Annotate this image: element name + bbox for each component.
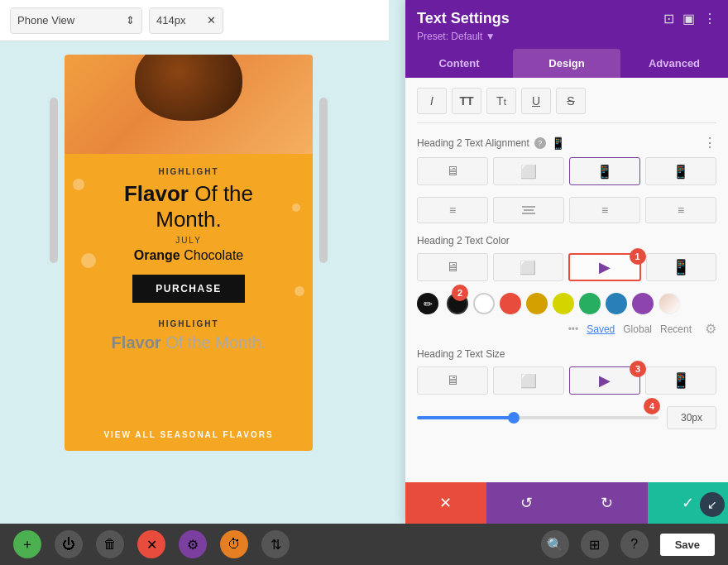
alignment-more-icon[interactable]: ⋮ (703, 135, 716, 151)
save-button[interactable]: Save (660, 534, 715, 556)
preview-area: Phone View ⇕ 414px ✕ (0, 0, 389, 565)
flavor2-bold: Flavor (112, 333, 161, 352)
size-slider-row: 4 30px (417, 406, 716, 429)
swatch-yellow[interactable] (553, 293, 574, 314)
settings-panel: Text Settings ⊡ ▣ ⋮ Preset: Default ▼ Co… (405, 0, 728, 524)
action-bar: ✕ ↺ ↻ ✓ (405, 482, 728, 524)
cancel-button[interactable]: ✕ (405, 482, 486, 524)
color-phone-btn[interactable]: ▶ 1 (568, 253, 641, 281)
alignment-help-icon: ? (534, 137, 546, 149)
highlight-label-2: HIGHLIGHT (159, 319, 219, 328)
align-center-btn[interactable] (493, 197, 564, 223)
italic-icon[interactable]: I (417, 88, 447, 114)
search-button[interactable]: 🔍 (541, 530, 569, 558)
small-caps-icon[interactable]: Tt (486, 88, 516, 114)
align-right-btn[interactable]: ≡ (569, 197, 640, 223)
orange-bold: Orange (134, 248, 180, 262)
flavor-bold: Flavor (124, 181, 189, 206)
color-responsive-row: 🖥 ⬜ ▶ 1 📱 (417, 253, 716, 281)
color-tab-recent[interactable]: Recent (660, 323, 692, 335)
size-tablet-btn[interactable]: ⬜ (493, 366, 564, 395)
flavor-rest: Of the (189, 181, 253, 206)
swatch-white[interactable] (473, 293, 495, 314)
size-phone-btn[interactable]: ▶ 3 (569, 366, 640, 395)
resize-handle-left[interactable] (50, 98, 58, 263)
help-button[interactable]: ? (620, 530, 649, 558)
swatch-custom[interactable] (659, 293, 680, 314)
phone-content: HIGHLIGHT Flavor Of the Month. JULY Oran… (65, 55, 313, 451)
layout-icon[interactable]: ▣ (682, 11, 695, 26)
badge-3: 3 (630, 361, 646, 377)
size-phone2-btn[interactable]: 📱 (645, 366, 716, 395)
swatch-red[interactable] (500, 293, 521, 314)
close-button[interactable]: ✕ (137, 530, 165, 558)
view-select-arrow: ⇕ (126, 14, 135, 26)
slider-value[interactable]: 30px (667, 406, 716, 429)
px-input[interactable]: 414px ✕ (149, 7, 223, 34)
power-button[interactable]: ⏻ (55, 530, 83, 558)
color-desktop-btn[interactable]: 🖥 (417, 253, 488, 281)
badge-4: 4 (644, 398, 660, 414)
add-button[interactable]: ＋ (13, 530, 41, 558)
view-all-bar: VIEW ALL SEASONAL FLAVORS (65, 419, 313, 451)
phone-btn[interactable]: 📱 (569, 157, 640, 185)
resize-handle-right[interactable] (319, 98, 328, 263)
alignment-device-icon: 📱 (551, 136, 565, 150)
settings-button[interactable]: ⚙ (179, 530, 207, 558)
swatch-gold[interactable] (526, 293, 548, 314)
color-phone2-btn[interactable]: 📱 (646, 253, 717, 281)
tab-design[interactable]: Design (513, 49, 620, 78)
preset-arrow[interactable]: ▼ (486, 31, 496, 42)
swatch-purple[interactable] (632, 293, 654, 314)
undo-button[interactable]: ↺ (486, 482, 568, 524)
dots-more[interactable]: ••• (568, 323, 579, 335)
swatch-blue[interactable] (606, 293, 627, 314)
deco-dot (81, 253, 96, 268)
history-button[interactable]: ⏱ (220, 530, 248, 558)
tablet-btn[interactable]: ⬜ (493, 157, 564, 185)
desktop-btn[interactable]: 🖥 (417, 157, 488, 185)
flavor-heading-1: Flavor Of the Month. (124, 181, 253, 232)
color-settings-icon[interactable]: ⚙ (705, 321, 716, 337)
panel-title: Text Settings (417, 10, 510, 27)
tab-content[interactable]: Content (405, 49, 513, 78)
color-section-label: Heading 2 Text Color (417, 235, 716, 247)
fullscreen-icon[interactable]: ⊡ (663, 11, 674, 26)
fab-arrow-button[interactable]: ↙ (700, 492, 725, 517)
more-options-icon[interactable]: ⋮ (703, 11, 716, 26)
view-select[interactable]: Phone View ⇕ (10, 7, 142, 34)
size-slider[interactable] (417, 416, 659, 419)
slider-thumb[interactable] (508, 412, 520, 424)
deco-dot (292, 203, 300, 212)
panel-title-row: Text Settings ⊡ ▣ ⋮ (417, 10, 716, 27)
size-label-text: Heading 2 Text Size (417, 348, 505, 360)
bottom-left-icons: ＋ ⏻ 🗑 ✕ ⚙ ⏱ ⇅ (13, 530, 290, 558)
color-tab-saved[interactable]: Saved (587, 323, 615, 335)
purchase-button[interactable]: PURCHASE (132, 275, 244, 303)
panel-header-icons: ⊡ ▣ ⋮ (663, 11, 716, 26)
swatch-green[interactable] (579, 293, 601, 314)
format-icons-row: I TT Tt U S (417, 88, 716, 123)
align-justify-btn[interactable]: ≡ (645, 197, 716, 223)
size-desktop-btn[interactable]: 🖥 (417, 366, 488, 395)
strikethrough-icon[interactable]: S (556, 88, 586, 114)
tab-advanced[interactable]: Advanced (620, 49, 728, 78)
px-close-icon[interactable]: ✕ (207, 14, 216, 26)
align-left-btn[interactable]: ≡ (417, 197, 488, 223)
bold-tt-icon[interactable]: TT (452, 88, 481, 114)
layers-button[interactable]: ⊞ (581, 530, 609, 558)
text-align-row: ≡ ≡ ≡ (417, 197, 716, 223)
color-tablet-btn[interactable]: ⬜ (493, 253, 564, 281)
view-select-label: Phone View (17, 14, 74, 26)
phone-portrait-btn[interactable]: 📱 (645, 157, 716, 185)
redo-button[interactable]: ↻ (567, 482, 648, 524)
color-tab-global[interactable]: Global (623, 323, 652, 335)
highlight-label-1: HIGHLIGHT (159, 167, 219, 176)
underline-icon[interactable]: U (521, 88, 551, 114)
preset-label: Preset: Default (417, 31, 482, 42)
delete-button[interactable]: 🗑 (96, 530, 124, 558)
deco-dot (295, 286, 304, 296)
layout-button[interactable]: ⇅ (261, 530, 290, 558)
color-picker-icon[interactable]: ✏ (417, 293, 438, 314)
panel-body: I TT Tt U S Heading 2 Text Alignment ? 📱… (405, 78, 728, 524)
